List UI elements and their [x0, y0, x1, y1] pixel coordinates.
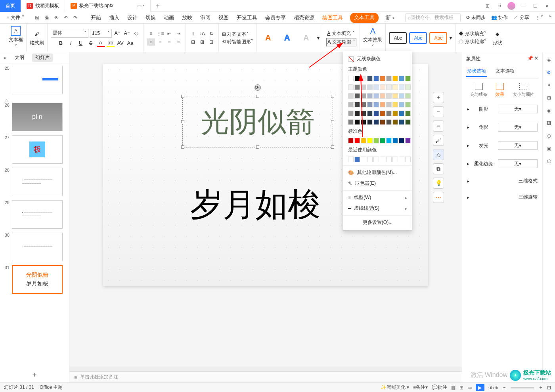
- color-swatch[interactable]: [354, 138, 360, 143]
- soft-edge-row[interactable]: ▸ 柔化边缘无 ▾: [466, 155, 538, 173]
- color-swatch[interactable]: [361, 138, 366, 143]
- tab-insert[interactable]: 插入: [108, 13, 120, 23]
- italic-button[interactable]: I: [67, 39, 75, 47]
- slide-thumb[interactable]: 26 pi n: [2, 103, 67, 131]
- dash-type-item[interactable]: ┅虚线线型(S)▸: [343, 203, 412, 214]
- format-brush-button[interactable]: 🖌格式刷: [30, 29, 44, 46]
- tab-text-tools[interactable]: 文本工具: [350, 13, 379, 23]
- h-scrollbar[interactable]: [69, 367, 462, 371]
- view-sorter-icon[interactable]: ⊞: [459, 385, 463, 390]
- clear-format-icon[interactable]: ◇: [132, 29, 140, 37]
- theme-color-swatches[interactable]: [343, 74, 412, 83]
- tab-more[interactable]: 新 ›: [385, 13, 395, 23]
- color-swatch[interactable]: [399, 111, 404, 116]
- color-swatch[interactable]: [367, 93, 373, 99]
- smart-graphic-button[interactable]: ⟲ 转智能图形˅: [222, 38, 253, 45]
- close-panel-icon[interactable]: ✕: [534, 55, 538, 61]
- shape-options-tab[interactable]: 形状选项: [466, 66, 487, 77]
- no-line-item[interactable]: 无线条颜色: [343, 54, 412, 64]
- color-swatch[interactable]: [392, 138, 398, 143]
- slide-thumb[interactable]: 25: [2, 66, 67, 94]
- color-swatch[interactable]: [348, 157, 354, 162]
- color-swatch[interactable]: [361, 119, 366, 125]
- tab-slideshow[interactable]: 放映: [181, 13, 193, 23]
- color-swatch[interactable]: [392, 102, 398, 107]
- color-swatch[interactable]: [380, 157, 385, 162]
- color-swatch[interactable]: [399, 157, 404, 162]
- notes-bar[interactable]: ≡单击此处添加备注: [69, 371, 462, 382]
- color-swatch[interactable]: [373, 111, 379, 116]
- zoom-out-icon[interactable]: －: [433, 106, 444, 117]
- shape-outline-button[interactable]: ◇ 形状轮廓˅: [459, 38, 486, 45]
- panel-collapse-icon[interactable]: «: [4, 55, 7, 61]
- color-swatch[interactable]: [380, 93, 385, 99]
- outline-tab[interactable]: 大纲: [11, 54, 27, 62]
- tab-design[interactable]: 设计: [126, 13, 138, 23]
- rotate-handle[interactable]: ⟳: [255, 84, 261, 91]
- notes-toggle[interactable]: ≡备注▾: [413, 384, 428, 391]
- tab-docer[interactable]: 稻壳资源: [293, 13, 315, 23]
- tab-view[interactable]: 视图: [218, 13, 230, 23]
- strip-settings-icon[interactable]: ⚙: [545, 69, 553, 76]
- valign-icon[interactable]: ⊟: [189, 38, 197, 46]
- color-swatch[interactable]: [386, 119, 392, 125]
- threed-format-row[interactable]: ▸ 三维格式: [466, 173, 538, 189]
- dist-icon[interactable]: ⊞: [198, 38, 206, 46]
- color-swatch[interactable]: [373, 76, 379, 81]
- color-swatch[interactable]: [354, 111, 360, 116]
- preview-icon[interactable]: 👁: [53, 14, 60, 21]
- tab-template[interactable]: D 找稻壳模板: [21, 0, 65, 12]
- font-size-select[interactable]: 115˅: [90, 29, 112, 38]
- color-swatch[interactable]: [367, 138, 373, 143]
- more-settings-item[interactable]: 更多设置(O)...: [343, 217, 412, 228]
- color-swatch[interactable]: [354, 84, 360, 90]
- brush-icon[interactable]: 🖊: [433, 135, 444, 146]
- color-swatch[interactable]: [399, 138, 404, 143]
- columns-icon[interactable]: ⫴: [189, 30, 197, 37]
- slide-thumb[interactable]: 28 • 一一一一一一一一一一一一一一一一一一一一: [2, 168, 67, 196]
- selected-textbox[interactable]: ⟳ 光阴似箭: [182, 96, 333, 147]
- color-swatch[interactable]: [399, 84, 404, 90]
- color-swatch[interactable]: [405, 102, 411, 107]
- numbering-icon[interactable]: ⋮≡: [156, 30, 164, 37]
- strip-icon-1[interactable]: ◈: [545, 56, 553, 63]
- layout-icon[interactable]: ⊞: [484, 2, 492, 10]
- color-swatch[interactable]: [380, 119, 385, 125]
- shape-style-gallery[interactable]: Abc Abc Abc ▾: [389, 32, 452, 44]
- color-swatch[interactable]: [392, 93, 398, 99]
- align-text-button[interactable]: ⊞ 对齐文本˅: [222, 31, 253, 38]
- slide-thumb[interactable]: 27 极: [2, 135, 67, 164]
- color-swatch[interactable]: [367, 119, 373, 125]
- fit-icon[interactable]: ⊡: [547, 385, 551, 390]
- line-type-item[interactable]: ≡线型(W)▸: [343, 192, 412, 203]
- color-swatch[interactable]: [361, 93, 366, 99]
- color-swatch[interactable]: [399, 93, 404, 99]
- align-justify-icon[interactable]: ≡: [174, 38, 182, 46]
- slide-thumb[interactable]: 31 光阴似箭 岁月如梭: [2, 265, 67, 294]
- new-tab-button[interactable]: +: [151, 2, 165, 10]
- decrease-font-icon[interactable]: A⁻: [123, 29, 131, 37]
- color-swatch[interactable]: [361, 84, 366, 90]
- eyedropper-item[interactable]: ✎取色器(E): [343, 178, 412, 189]
- minimize-button[interactable]: —: [519, 2, 527, 10]
- color-swatch[interactable]: [367, 102, 373, 107]
- color-swatch[interactable]: [361, 76, 366, 81]
- increase-font-icon[interactable]: A⁺: [113, 29, 121, 37]
- text-effect-button[interactable]: A文本效果˅: [363, 26, 382, 50]
- color-swatch[interactable]: [373, 138, 379, 143]
- crop-icon[interactable]: ◇: [433, 149, 444, 160]
- copy-icon[interactable]: ⧉: [433, 163, 444, 174]
- strip-icon-5[interactable]: ◉: [545, 107, 553, 114]
- zoom-slider[interactable]: [511, 387, 534, 388]
- strip-icon-7[interactable]: ⊙: [545, 132, 553, 140]
- color-swatch[interactable]: [348, 84, 354, 90]
- underline-button[interactable]: U: [77, 39, 85, 47]
- beautify-button[interactable]: ✨智能美化 ▾: [381, 384, 409, 391]
- effects-subtab[interactable]: 效果: [496, 83, 504, 98]
- color-swatch[interactable]: [392, 119, 398, 125]
- color-swatch[interactable]: [348, 111, 354, 116]
- indent-icon[interactable]: ⊡: [207, 38, 215, 46]
- tab-start[interactable]: 开始: [90, 13, 102, 23]
- bullets-icon[interactable]: ≡: [147, 30, 155, 37]
- align-left-icon[interactable]: ≡: [147, 38, 155, 46]
